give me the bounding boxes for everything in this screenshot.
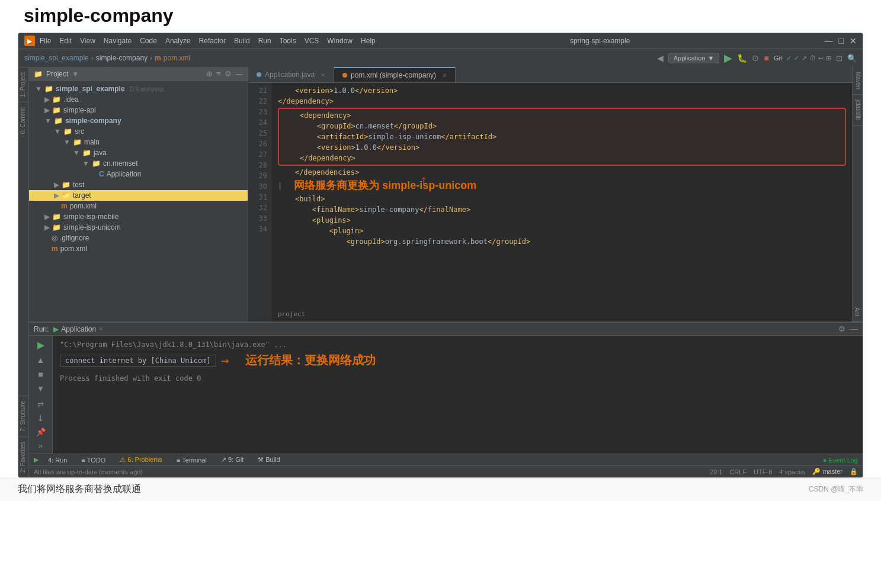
tree-item-root[interactable]: ▼ 📁 simple_spi_example D:\Laso\yssp [29, 83, 248, 94]
maven-tab-icon [342, 73, 347, 78]
menu-navigate[interactable]: Navigate [104, 37, 132, 45]
git-check[interactable]: ✓ [786, 54, 792, 62]
tree-item-target[interactable]: ▶ 📁 target [29, 190, 248, 201]
run-stop-button[interactable]: ■ [38, 369, 43, 379]
breadcrumb-project[interactable]: simple_spi_example [24, 54, 89, 62]
stop-icon[interactable]: ■ [764, 53, 768, 63]
tab-application-java[interactable]: Application.java ✕ [248, 67, 334, 82]
close-button[interactable]: ✕ [850, 36, 857, 46]
git-more[interactable]: ⊞ [826, 54, 831, 62]
line-ending-info[interactable]: CRLF [729, 468, 747, 475]
run-up-button[interactable]: ▲ [37, 355, 45, 365]
tree-item-application[interactable]: C Application [29, 169, 248, 179]
run-4-label[interactable]: 4: Run [48, 457, 67, 464]
tree-item-simple-company[interactable]: ▼ 📁 simple-company [29, 115, 248, 126]
back-button[interactable]: ◀ [657, 53, 664, 63]
tab-pom-xml[interactable]: pom.xml (simple-company) ✕ [334, 67, 456, 82]
run-minimize-icon[interactable]: — [850, 324, 858, 333]
position-info[interactable]: 29:1 [710, 468, 722, 475]
menu-file[interactable]: File [40, 37, 51, 45]
vtab-commit[interactable]: 0: Commit [18, 102, 28, 139]
tree-item-simple-api[interactable]: ▶ 📁 simple-api [29, 105, 248, 115]
run-config-button[interactable]: Application ▼ [668, 53, 720, 63]
git-push[interactable]: ↗ [802, 54, 807, 62]
tab-pom-close-icon[interactable]: ✕ [442, 72, 447, 79]
sidebar-dropdown-icon[interactable]: ▼ [72, 70, 79, 78]
git-file-icon: ◎ [52, 234, 57, 242]
sidebar-minimize-icon[interactable]: — [235, 69, 243, 78]
run-settings-icon[interactable]: ⚙ [838, 324, 845, 333]
run-more-button[interactable]: » [39, 441, 43, 450]
tree-item-simple-isp-mobile[interactable]: ▶ 📁 simple-isp-mobile [29, 211, 248, 222]
run-play-button[interactable]: ▶ [37, 339, 44, 351]
tree-item-test[interactable]: ▶ 📁 test [29, 179, 248, 190]
menu-view[interactable]: View [80, 37, 95, 45]
run-wrap-button[interactable]: ⇄ [37, 400, 44, 409]
search-icon[interactable]: 🔍 [847, 54, 857, 63]
vtab-project[interactable]: 1: Project [18, 67, 28, 102]
event-log-button[interactable]: ● Event Log [823, 457, 858, 464]
run-tab[interactable]: ▶ Application ✕ [53, 325, 103, 333]
maximize-button[interactable]: □ [839, 36, 844, 46]
terminal-button[interactable]: ≡ Terminal [177, 457, 207, 464]
menu-bar[interactable]: File Edit View Navigate Code Analyze Ref… [40, 37, 376, 45]
run-tool-button[interactable]: ▶ [34, 456, 39, 464]
code-content[interactable]: <version>1.0.0</version> </dependency> <… [272, 83, 852, 322]
menu-tools[interactable]: Tools [280, 37, 296, 45]
menu-refactor[interactable]: Refactor [199, 37, 226, 45]
menu-run[interactable]: Run [258, 37, 271, 45]
branch-info[interactable]: 🔑 master [812, 468, 842, 475]
tree-item-java[interactable]: ▼ 📁 java [29, 147, 248, 158]
breadcrumb-file[interactable]: pom.xml [164, 54, 190, 62]
line-numbers: 21 22 23 24 25 26 27 28 29 30 31 [248, 83, 272, 322]
menu-build[interactable]: Build [234, 37, 250, 45]
main-editor-area: 📁 Project ▼ ⊕ ≡ ⚙ — [29, 67, 863, 322]
window-controls[interactable]: — □ ✕ [825, 36, 857, 46]
tree-item-idea[interactable]: ▶ 📁 .idea [29, 94, 248, 105]
layout-icon[interactable]: ⊡ [836, 54, 842, 63]
sidebar-sort-icon[interactable]: ≡ [216, 69, 221, 78]
tree-item-pomxml[interactable]: m pom.xml [29, 201, 248, 211]
todo-button[interactable]: ≡ TODO [81, 457, 105, 464]
problems-button[interactable]: ⚠ 6: Problems [120, 456, 162, 464]
run-pin-button[interactable]: 📌 [36, 428, 46, 436]
git-tick[interactable]: ✓ [794, 54, 799, 62]
vtab-favorites[interactable]: 2: Favorites [18, 436, 28, 477]
indent-info[interactable]: 4 spaces [779, 468, 805, 475]
tab-close-icon[interactable]: ✕ [321, 72, 325, 78]
debug-icon[interactable]: 🐛 [737, 53, 747, 63]
run-down-button[interactable]: ▼ [37, 384, 45, 393]
tree-item-gitignore[interactable]: ◎ .gitignore [29, 233, 248, 243]
vtab-structure[interactable]: 7: Structure [18, 396, 28, 436]
tree-item-main[interactable]: ▼ 📁 main [29, 137, 248, 147]
coverage-icon[interactable]: ⊙ [752, 53, 759, 63]
menu-code[interactable]: Code [140, 37, 157, 45]
annotation-arrow-up: ↑ [420, 171, 427, 188]
menu-edit[interactable]: Edit [59, 37, 72, 45]
git-tool-button[interactable]: ↗ 9: Git [221, 456, 244, 464]
tree-item-src[interactable]: ▼ 📁 src [29, 126, 248, 137]
git-revert[interactable]: ↩ [818, 54, 824, 62]
encoding-info[interactable]: UTF-8 [754, 468, 772, 475]
ant-tab[interactable]: Ant [853, 303, 861, 322]
sidebar-add-icon[interactable]: ⊕ [206, 69, 213, 78]
git-history[interactable]: ⏱ [809, 54, 816, 62]
menu-analyze[interactable]: Analyze [165, 37, 191, 45]
tree-item-cnmemset[interactable]: ▼ 📁 cn.memset [29, 158, 248, 169]
build-button[interactable]: ⚒ Build [258, 456, 280, 464]
run-button[interactable]: ▶ [724, 52, 732, 65]
tree-item-root-pomxml[interactable]: m pom.xml [29, 243, 248, 254]
menu-window[interactable]: Window [327, 37, 353, 45]
breadcrumb: simple_spi_example › simple-company › m … [24, 54, 190, 62]
menu-vcs[interactable]: VCS [305, 37, 319, 45]
run-scroll-button[interactable]: ⤓ [37, 414, 44, 423]
jclasslib-tab[interactable]: jclasslib [853, 95, 863, 126]
tree-item-simple-isp-unicom[interactable]: ▶ 📁 simple-isp-unicom [29, 222, 248, 233]
minimize-button[interactable]: — [825, 36, 833, 46]
maven-tab[interactable]: Maven [853, 67, 863, 95]
menu-help[interactable]: Help [361, 37, 376, 45]
run-tab-close[interactable]: ✕ [98, 326, 103, 332]
breadcrumb-module[interactable]: simple-company [96, 54, 148, 62]
sidebar-settings-icon[interactable]: ⚙ [225, 69, 232, 78]
sidebar-title-label: Project [46, 70, 68, 78]
